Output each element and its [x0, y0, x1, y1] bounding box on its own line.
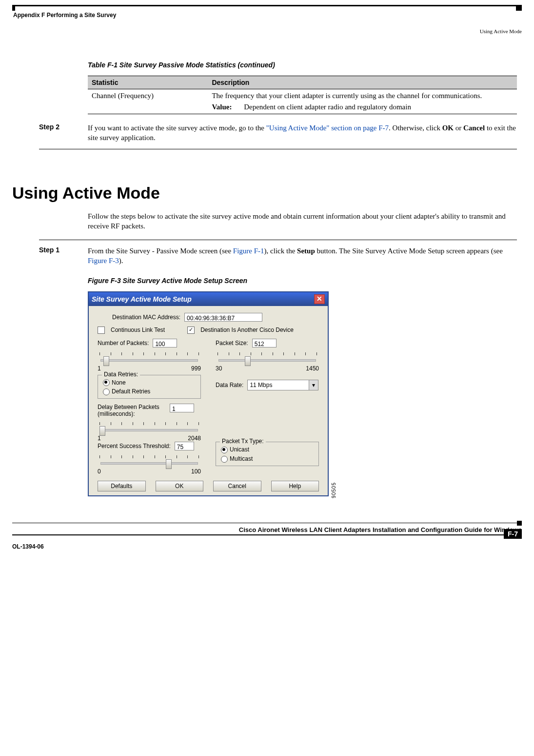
combo-data-rate[interactable]: 11 Mbps ▾	[247, 380, 318, 390]
radio-multicast[interactable]	[221, 456, 228, 463]
step2-label: Step 2	[39, 123, 88, 143]
dialog-site-survey-setup: Site Survey Active Mode Setup ✕ Destinat…	[88, 291, 329, 497]
section-heading: Using Active Mode	[12, 184, 517, 203]
value-label: Value:	[212, 103, 242, 111]
close-icon[interactable]: ✕	[314, 294, 325, 304]
footer-title: Cisco Aironet Wireless LAN Client Adapte…	[12, 526, 522, 533]
group-tx-type: Packet Tx Type: Unicast Multicast	[216, 442, 319, 466]
step2-text: If you want to activate the site survey …	[88, 123, 517, 143]
radio-retries-default[interactable]	[103, 388, 110, 395]
button-help[interactable]: Help	[271, 481, 319, 491]
label-packet-size: Packet Size:	[216, 340, 248, 347]
link-figure-f3[interactable]: Figure F-3	[88, 257, 119, 265]
table-row: Channel (Frequency) The frequency that y…	[88, 89, 517, 114]
desc-text: The frequency that your client adapter i…	[212, 92, 482, 100]
link-active-mode[interactable]: "Using Active Mode" section on page F-7	[266, 124, 389, 132]
button-ok[interactable]: OK	[156, 481, 204, 491]
radio-unicast[interactable]	[221, 447, 228, 453]
label-continuous-link: Continuous Link Test	[111, 327, 165, 333]
cell-desc: The frequency that your client adapter i…	[208, 89, 517, 114]
slider-delay[interactable]: 12048	[98, 422, 201, 442]
page-number: F-7	[504, 529, 522, 539]
dialog-title: Site Survey Active Mode Setup	[92, 295, 192, 303]
slider-packet-size[interactable]: 301450	[216, 352, 319, 372]
input-delay[interactable]: 1	[170, 404, 194, 412]
table-caption: Table F-1 Site Survey Passive Mode Stati…	[88, 61, 517, 69]
th-description: Description	[208, 76, 517, 89]
footer-doc: OL-1394-06	[12, 543, 44, 550]
label-pct: Percent Success Threshold:	[98, 443, 171, 450]
step1-label: Step 1	[39, 246, 88, 266]
slider-pct[interactable]: 0100	[98, 455, 201, 475]
stats-table: Statistic Description Channel (Frequency…	[88, 76, 517, 114]
label-dest-cisco: Destination Is Another Cisco Device	[200, 327, 294, 333]
label-data-rate: Data Rate:	[216, 382, 243, 388]
link-figure-f1[interactable]: Figure F-1	[233, 247, 264, 255]
group-data-retries: Data Retries: None Default Retries	[98, 375, 201, 399]
figure-caption: Figure F-3 Site Survey Active Mode Setup…	[88, 277, 517, 285]
slider-num-packets[interactable]: 1999	[98, 352, 201, 372]
value-text: Dependent on client adapter radio and re…	[244, 103, 511, 111]
image-number: 90505	[331, 482, 336, 498]
chevron-down-icon: ▾	[309, 380, 318, 390]
input-dest-mac[interactable]: 00:40:96:38:36:B7	[184, 313, 262, 322]
cell-stat: Channel (Frequency)	[88, 89, 208, 114]
intro-text: Follow the steps below to activate the s…	[88, 211, 517, 231]
header-section: Using Active Mode	[12, 28, 522, 34]
checkbox-dest-cisco[interactable]: ✓	[187, 327, 195, 334]
legend-data-retries: Data Retries:	[102, 371, 140, 378]
label-delay: Delay Between Packets (milliseconds):	[98, 404, 166, 417]
button-cancel[interactable]: Cancel	[213, 481, 261, 491]
legend-tx-type: Packet Tx Type:	[220, 438, 266, 445]
checkbox-continuous-link[interactable]	[98, 327, 105, 334]
button-defaults[interactable]: Defaults	[98, 481, 146, 491]
label-num-packets: Number of Packets:	[98, 340, 149, 347]
th-statistic: Statistic	[88, 76, 208, 89]
radio-retries-none[interactable]	[103, 379, 110, 386]
step1-text: From the Site Survey - Passive Mode scre…	[88, 246, 517, 266]
input-pct[interactable]: 75	[175, 442, 194, 450]
input-num-packets[interactable]: 100	[153, 339, 177, 347]
label-dest-mac: Destination MAC Address:	[112, 314, 180, 321]
input-packet-size[interactable]: 512	[252, 339, 277, 347]
